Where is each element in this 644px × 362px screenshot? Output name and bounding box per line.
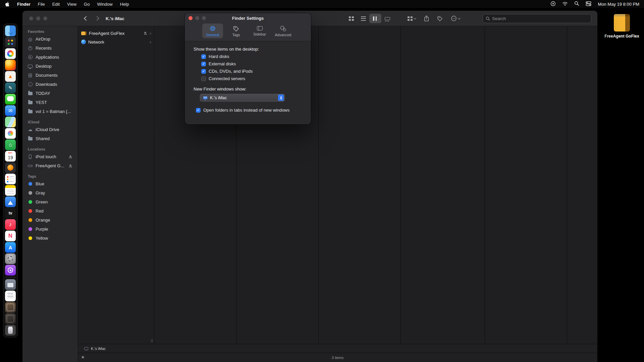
control-center-icon[interactable]: [586, 1, 591, 7]
back-button[interactable]: [84, 16, 89, 21]
checkbox-row-open-in-tabs[interactable]: Open folders in tabs instead of new wind…: [196, 108, 302, 113]
sidebar-item-shared[interactable]: Shared: [25, 134, 75, 143]
dock-icon-firefox[interactable]: [5, 60, 16, 70]
more-actions-button[interactable]: [451, 15, 460, 21]
forward-button[interactable]: [95, 16, 99, 21]
wifi-icon[interactable]: [562, 1, 568, 7]
sidebar-item-vol1-batman[interactable]: vol 1 = Batman [...: [25, 107, 75, 116]
checkbox-row-connected-servers[interactable]: Connected servers: [201, 76, 302, 81]
icon-view-button[interactable]: [345, 14, 357, 23]
sidebar-item-freeagent-drive[interactable]: FreeAgent G...: [25, 161, 75, 170]
eject-icon[interactable]: [69, 155, 72, 159]
dialog-zoom-button[interactable]: [202, 16, 206, 20]
dock-icon-launchpad[interactable]: [5, 37, 16, 48]
eject-icon[interactable]: [144, 32, 147, 35]
sidebar-item-desktop[interactable]: Desktop: [25, 62, 75, 71]
spotlight-search-icon[interactable]: [574, 1, 579, 7]
dock-icon-orange-app[interactable]: [5, 162, 16, 173]
dialog-minimize-button[interactable]: [195, 16, 199, 20]
dock-icon-mail[interactable]: [5, 105, 16, 116]
sidebar-item-downloads[interactable]: ↓Downloads: [25, 80, 75, 89]
tab-sidebar[interactable]: Sidebar: [249, 23, 270, 38]
dock-icon-textedit[interactable]: [5, 291, 16, 301]
column-item-network[interactable]: Network ›: [78, 38, 154, 46]
path-bar-label[interactable]: K.'s iMac: [91, 347, 106, 351]
dock-icon-system-settings[interactable]: [5, 253, 16, 264]
tags-button[interactable]: [437, 16, 443, 21]
menu-item-file[interactable]: File: [38, 2, 45, 7]
checkbox-row-cds-dvds[interactable]: CDs, DVDs, and iPods: [201, 69, 302, 74]
open-in-tabs-checkbox[interactable]: [196, 108, 201, 113]
dock-icon-folder[interactable]: [5, 279, 16, 290]
screen-mirroring-icon[interactable]: [550, 1, 556, 7]
dock-icon-maps[interactable]: [5, 117, 16, 127]
checkbox-row-external-disks[interactable]: External disks: [201, 61, 302, 66]
dock-icon-apple-tv[interactable]: [5, 208, 16, 219]
new-window-select[interactable]: K.'s iMac: [200, 94, 285, 102]
group-by-button[interactable]: [408, 16, 416, 21]
close-window-button[interactable]: [29, 16, 33, 20]
share-button[interactable]: [424, 15, 429, 21]
dock-icon-document-stack-2[interactable]: [5, 313, 16, 324]
sidebar-item-icloud-drive[interactable]: iCloud Drive: [25, 125, 75, 134]
tab-tags[interactable]: Tags: [226, 23, 247, 38]
sidebar-item-documents[interactable]: Documents: [25, 71, 75, 80]
external-disks-checkbox[interactable]: [201, 62, 206, 66]
dock-icon-home[interactable]: [5, 139, 16, 150]
dock-icon-calendar[interactable]: [5, 151, 16, 162]
sidebar-tag-red[interactable]: Red: [25, 206, 75, 216]
sidebar-tag-gray[interactable]: Gray: [25, 188, 75, 197]
menu-item-edit[interactable]: Edit: [52, 2, 60, 7]
dock-icon-app-store[interactable]: [5, 242, 16, 253]
dock-icon-news[interactable]: [5, 231, 16, 241]
sidebar-item-recents[interactable]: Recents: [25, 44, 75, 53]
list-view-button[interactable]: [357, 14, 369, 23]
search-input[interactable]: [492, 16, 588, 21]
sidebar-item-today[interactable]: TODAY: [25, 89, 75, 98]
zoom-window-button[interactable]: [43, 16, 47, 20]
tab-advanced[interactable]: Advanced: [273, 23, 293, 38]
menu-item-window[interactable]: Window: [97, 2, 112, 7]
dock-icon-document-stack[interactable]: [5, 302, 16, 313]
dock-icon-weather[interactable]: [5, 196, 16, 207]
minimize-window-button[interactable]: [36, 16, 40, 20]
column-view-button[interactable]: [369, 14, 381, 23]
connected-servers-checkbox[interactable]: [201, 76, 206, 81]
menu-app-name[interactable]: Finder: [17, 2, 31, 7]
dock-icon-photo-booth[interactable]: [5, 128, 16, 139]
sidebar-item-ipod-touch[interactable]: iPod touch: [25, 152, 75, 161]
desktop-drive-freeagent[interactable]: FreeAgent GoFlex: [601, 14, 642, 39]
dialog-close-button[interactable]: [189, 16, 193, 20]
eject-icon[interactable]: [69, 164, 72, 168]
dock-icon-finder[interactable]: [5, 25, 16, 36]
sidebar-tag-orange[interactable]: Orange: [25, 216, 75, 225]
sidebar-tag-yellow[interactable]: Yellow: [25, 234, 75, 243]
dock-icon-music[interactable]: [5, 219, 16, 230]
sidebar-item-airdrop[interactable]: AirDrop: [25, 35, 75, 44]
column-resize-handle[interactable]: ||: [151, 339, 153, 342]
apple-menu-icon[interactable]: [5, 1, 10, 7]
menu-item-help[interactable]: Help: [120, 2, 129, 7]
checkbox-row-hard-disks[interactable]: Hard disks: [201, 54, 302, 59]
dock-icon-photos[interactable]: [5, 48, 16, 59]
close-icon[interactable]: ✕: [81, 355, 85, 360]
menu-item-view[interactable]: View: [67, 2, 76, 7]
sidebar-tag-blue[interactable]: Blue: [25, 179, 75, 188]
sidebar-item-applications[interactable]: AApplications: [25, 53, 75, 62]
menu-item-go[interactable]: Go: [84, 2, 90, 7]
dock-icon-messages[interactable]: [5, 94, 16, 105]
column-item-freeagent-goflex[interactable]: FreeAgent GoFlex ›: [78, 29, 154, 38]
dock-icon-podcasts[interactable]: [5, 265, 16, 276]
menu-bar-clock[interactable]: Mon May 19 8:00 PM: [598, 2, 639, 7]
hard-disks-checkbox[interactable]: [201, 54, 206, 59]
cds-dvds-checkbox[interactable]: [201, 69, 206, 74]
toolbar-search[interactable]: [483, 14, 591, 23]
sidebar-tag-green[interactable]: Green: [25, 197, 75, 206]
tab-general[interactable]: General: [202, 23, 223, 38]
dock-icon-vlc[interactable]: [5, 71, 16, 82]
dock-icon-reminders[interactable]: [5, 174, 16, 184]
dock-icon-editor[interactable]: [5, 82, 16, 93]
sidebar-item-yest[interactable]: YEST: [25, 98, 75, 107]
sidebar-tag-purple[interactable]: Purple: [25, 225, 75, 234]
dock-icon-trash[interactable]: [5, 325, 16, 336]
